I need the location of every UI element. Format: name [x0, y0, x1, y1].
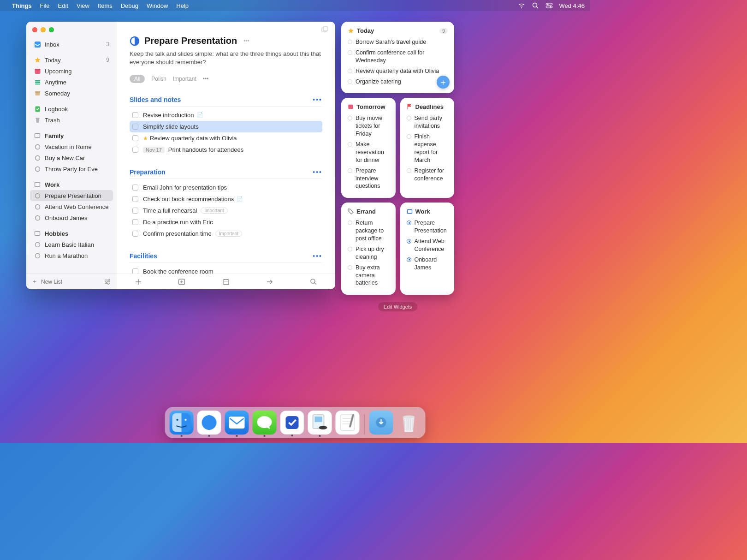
minimize-button[interactable]: [41, 27, 46, 32]
sidebar-project[interactable]: Buy a New Car: [30, 152, 113, 163]
task-row[interactable]: Time a full rehearsalImportant: [130, 205, 322, 216]
dock-preview[interactable]: [308, 411, 332, 435]
search-button[interactable]: [309, 277, 318, 286]
sidebar-area[interactable]: Hobbies: [30, 228, 113, 239]
checkbox[interactable]: [132, 112, 138, 118]
move-button[interactable]: [265, 277, 274, 286]
dock-downloads[interactable]: [369, 411, 393, 435]
widget-item[interactable]: Register for conference: [407, 166, 448, 184]
widget-item[interactable]: Prepare Presentation: [407, 218, 448, 236]
section-more-icon[interactable]: •••: [313, 168, 322, 176]
sidebar-logbook[interactable]: Logbook: [30, 103, 113, 114]
filter-all[interactable]: All: [130, 75, 145, 83]
dock-things[interactable]: [280, 411, 304, 435]
sidebar-project[interactable]: Run a Marathon: [30, 250, 113, 261]
fullscreen-button[interactable]: [49, 27, 54, 32]
filter-polish[interactable]: Polish: [151, 76, 166, 82]
widget-item[interactable]: Attend Web Conference: [407, 236, 448, 255]
sidebar-inbox[interactable]: Inbox 3: [30, 39, 113, 50]
checkbox[interactable]: [132, 268, 138, 274]
when-button[interactable]: [221, 277, 231, 286]
new-heading-button[interactable]: [178, 277, 187, 286]
checkbox[interactable]: [132, 208, 138, 214]
sidebar-area[interactable]: Work: [30, 179, 113, 190]
clock[interactable]: Wed 4:46: [559, 2, 585, 9]
widget-item[interactable]: Prepare interview questions: [348, 166, 389, 192]
widget-work[interactable]: Work Prepare PresentationAttend Web Conf…: [400, 203, 455, 295]
new-list-label[interactable]: New List: [41, 279, 62, 285]
sidebar-today[interactable]: Today 9: [30, 54, 113, 66]
menu-file[interactable]: File: [40, 2, 50, 9]
sidebar-project[interactable]: Attend Web Conference: [30, 201, 113, 212]
control-center-icon[interactable]: [545, 2, 553, 9]
new-list-button[interactable]: ＋: [32, 278, 37, 286]
task-row[interactable]: Check out book recommendations📄: [130, 193, 322, 205]
close-button[interactable]: [32, 27, 37, 32]
dock-notes[interactable]: [336, 411, 360, 435]
dock-finder[interactable]: [170, 411, 194, 435]
sidebar-anytime[interactable]: Anytime: [30, 77, 113, 88]
task-row[interactable]: Simplify slide layouts: [130, 121, 322, 132]
new-todo-button[interactable]: [134, 277, 143, 286]
dock-trash[interactable]: [397, 411, 421, 435]
checkbox[interactable]: [132, 185, 138, 191]
settings-icon[interactable]: [104, 279, 111, 285]
spotlight-icon[interactable]: [532, 2, 539, 9]
checkbox[interactable]: [132, 135, 138, 141]
section-title[interactable]: Preparation: [130, 168, 166, 176]
project-description[interactable]: Keep the talk and slides simple: what ar…: [130, 50, 322, 66]
menu-edit[interactable]: Edit: [58, 2, 68, 9]
widget-tomorrow[interactable]: Tomorrow Buy movie tickets for FridayMak…: [341, 98, 396, 198]
task-row[interactable]: Email John for presentation tips: [130, 182, 322, 193]
sidebar-project[interactable]: Vacation in Rome: [30, 141, 113, 152]
section-title[interactable]: Facilities: [130, 252, 157, 260]
section-more-icon[interactable]: •••: [313, 252, 322, 260]
task-row[interactable]: Do a practice run with Eric: [130, 216, 322, 228]
widget-item[interactable]: Finish expense report for March: [407, 131, 448, 166]
sidebar-project[interactable]: Prepare Presentation: [30, 190, 113, 201]
widget-item[interactable]: Pick up dry cleaning: [348, 244, 389, 262]
sidebar-project[interactable]: Learn Basic Italian: [30, 239, 113, 250]
widget-item[interactable]: Make reservation for dinner: [348, 139, 389, 166]
dock-mail[interactable]: [225, 411, 249, 435]
app-menu[interactable]: Things: [12, 2, 32, 9]
widget-item[interactable]: Return package to post office: [348, 218, 389, 244]
task-row[interactable]: Nov 17Print handouts for attendees: [130, 144, 322, 155]
filter-more-icon[interactable]: •••: [203, 76, 209, 82]
menu-help[interactable]: Help: [176, 2, 189, 9]
menu-debug[interactable]: Debug: [121, 2, 138, 9]
widget-item[interactable]: Organize catering: [348, 77, 448, 87]
edit-widgets-button[interactable]: Edit Widgets: [378, 302, 418, 311]
task-row[interactable]: Book the conference room: [130, 266, 322, 274]
sidebar-trash[interactable]: Trash: [30, 114, 113, 125]
section-title[interactable]: Slides and notes: [130, 96, 181, 103]
section-more-icon[interactable]: •••: [313, 96, 322, 103]
sidebar-someday[interactable]: Someday: [30, 88, 113, 99]
widget-item[interactable]: Send party invitations: [407, 113, 448, 131]
widget-item[interactable]: Buy extra camera batteries: [348, 262, 389, 289]
sidebar-area[interactable]: Family: [30, 130, 113, 141]
dock-messages[interactable]: [253, 411, 277, 435]
widget-deadlines[interactable]: Deadlines Send party invitationsFinish e…: [400, 98, 455, 198]
project-more-icon[interactable]: •••: [243, 38, 249, 44]
menu-view[interactable]: View: [77, 2, 89, 9]
checkbox[interactable]: [132, 124, 138, 130]
sidebar-project[interactable]: Onboard James: [30, 212, 113, 223]
widget-item[interactable]: Borrow Sarah's travel guide: [348, 37, 448, 48]
widget-errand[interactable]: Errand Return package to post officePick…: [341, 203, 396, 295]
checkbox[interactable]: [132, 219, 138, 225]
task-row[interactable]: Revise introduction📄: [130, 109, 322, 121]
sidebar-upcoming[interactable]: Upcoming: [30, 66, 113, 77]
checkbox[interactable]: [132, 147, 138, 153]
wifi-icon[interactable]: [518, 2, 525, 9]
task-row[interactable]: Confirm presentation timeImportant: [130, 228, 322, 239]
menu-window[interactable]: Window: [147, 2, 168, 9]
widget-item[interactable]: Buy movie tickets for Friday: [348, 113, 389, 139]
menu-items[interactable]: Items: [98, 2, 113, 9]
filter-important[interactable]: Important: [173, 76, 196, 82]
widget-item[interactable]: Confirm conference call for Wednesday: [348, 48, 448, 66]
task-row[interactable]: ★Review quarterly data with Olivia: [130, 132, 322, 144]
widget-today[interactable]: Today 9 Borrow Sarah's travel guideConfi…: [341, 22, 454, 93]
multi-window-icon[interactable]: [321, 26, 329, 33]
dock-safari[interactable]: [197, 411, 221, 435]
